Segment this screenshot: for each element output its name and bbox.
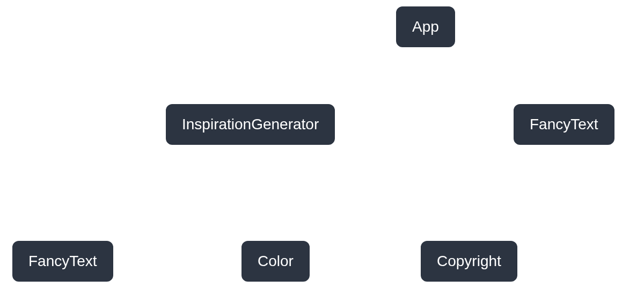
node-label: Copyright xyxy=(437,253,501,270)
edge-label-inspiration-color: renders? xyxy=(209,161,256,175)
node-inspiration-generator: InspirationGenerator xyxy=(165,103,336,146)
edge-label-inspiration-copyright: renders xyxy=(360,161,400,175)
node-label: FancyText xyxy=(28,253,97,270)
node-app: App xyxy=(395,5,456,48)
node-label: FancyText xyxy=(530,116,598,133)
node-label: Color xyxy=(258,253,294,270)
node-color: Color xyxy=(240,240,311,283)
node-label: InspirationGenerator xyxy=(182,116,319,133)
edge-label-app-inspiration: renders xyxy=(320,58,361,72)
node-fancy-text-bottom: FancyText xyxy=(11,240,114,283)
edge-label-app-fancytext: renders xyxy=(464,58,504,72)
node-label: App xyxy=(412,18,439,35)
edge-label-inspiration-fancytext: renders? xyxy=(97,161,143,175)
node-fancy-text-top: FancyText xyxy=(513,103,616,146)
node-copyright: Copyright xyxy=(420,240,518,283)
